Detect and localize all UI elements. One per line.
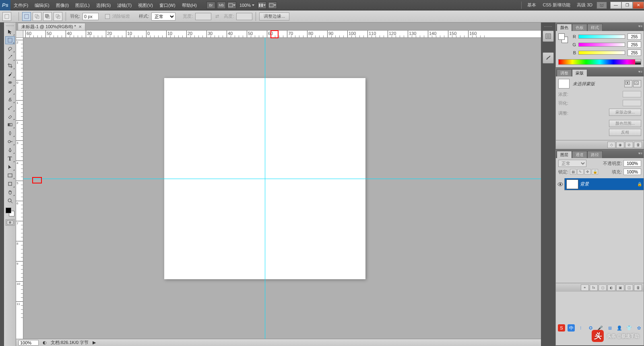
color-spectrum[interactable] [558, 59, 641, 65]
vertical-ruler[interactable]: 2101234567891011 [16, 38, 23, 339]
arrange-docs-button[interactable] [258, 2, 266, 9]
selection-new-button[interactable] [22, 12, 31, 21]
pen-tool[interactable] [5, 146, 15, 154]
notes-tool[interactable] [5, 180, 15, 188]
tab-styles[interactable]: 样式 [587, 24, 603, 31]
panel-menu-icon[interactable]: ▾≡ [638, 70, 642, 74]
tab-layers[interactable]: 图层 [557, 151, 572, 158]
document-tab[interactable]: 未标题-1 @ 100%(RGB/8) * ✕ [18, 23, 85, 30]
zoom-tool[interactable] [5, 197, 15, 205]
move-tool[interactable] [5, 28, 15, 36]
panel-menu-icon[interactable]: ▾≡ [638, 24, 642, 28]
zoom-level[interactable]: 100% [237, 3, 257, 8]
menu-layer[interactable]: 图层(L) [72, 0, 93, 10]
tool-preset-dropdown-icon[interactable] [13, 16, 15, 17]
rectangle-tool[interactable] [5, 171, 15, 179]
launch-minibridge-button[interactable]: Mb [217, 2, 226, 9]
menu-window[interactable]: 窗口(W) [156, 0, 179, 10]
window-minimize-button[interactable]: — [610, 2, 621, 9]
tab-channels[interactable]: 通道 [572, 151, 587, 158]
path-selection-tool[interactable] [5, 163, 15, 171]
tab-color[interactable]: 颜色 [557, 24, 572, 31]
screen-mode-button[interactable] [268, 2, 277, 9]
b-value[interactable] [627, 49, 641, 56]
workspace-3d[interactable]: 高级 3D [574, 2, 596, 8]
menu-filter[interactable]: 滤镜(T) [114, 0, 135, 10]
brush-panel-icon[interactable] [543, 52, 554, 64]
menu-select[interactable]: 选择(S) [93, 0, 114, 10]
menu-image[interactable]: 图像(I) [53, 0, 72, 10]
window-maximize-button[interactable]: ❐ [621, 2, 633, 9]
gradient-tool[interactable] [5, 121, 15, 129]
color-fgbg[interactable] [558, 33, 568, 43]
status-zoom-input[interactable] [19, 340, 39, 346]
quick-mask-button[interactable] [6, 219, 14, 226]
workspace-more-button[interactable] [597, 2, 607, 9]
tool-preset-button[interactable] [2, 12, 11, 21]
workspace-essentials[interactable]: 基本 [524, 2, 539, 8]
r-slider[interactable] [578, 35, 625, 39]
document-tab-close-icon[interactable]: ✕ [78, 25, 82, 29]
menu-file[interactable]: 文件(F) [10, 0, 31, 10]
window-close-button[interactable]: ✕ [633, 2, 644, 9]
clone-stamp-tool[interactable] [5, 95, 15, 103]
status-doc-info[interactable]: 文档:826.1K/0 字节 [51, 340, 89, 346]
menu-edit[interactable]: 编辑(E) [31, 0, 53, 10]
dock-grip[interactable] [543, 25, 553, 28]
lasso-tool[interactable] [5, 45, 15, 53]
new-group-icon[interactable]: ▣ [616, 284, 624, 291]
add-pixel-mask-button[interactable] [624, 80, 632, 87]
hand-tool[interactable] [5, 188, 15, 196]
eyedropper-tool[interactable] [5, 70, 15, 78]
tab-masks[interactable]: 蒙版 [572, 69, 587, 76]
workspace-cs5new[interactable]: CS5 新增功能 [539, 2, 573, 8]
launch-bridge-button[interactable]: Br [206, 2, 215, 9]
style-select[interactable]: 正常 [151, 12, 175, 21]
add-vector-mask-button[interactable] [633, 80, 641, 87]
add-mask-icon[interactable]: ◻ [599, 284, 607, 291]
menu-help[interactable]: 帮助(H) [179, 0, 200, 10]
history-brush-tool[interactable] [5, 104, 15, 112]
g-value[interactable] [627, 41, 641, 48]
eraser-tool[interactable] [5, 112, 15, 120]
r-value[interactable] [627, 33, 641, 40]
history-panel-icon[interactable] [543, 31, 554, 42]
g-slider[interactable] [578, 43, 625, 47]
link-layers-icon[interactable]: ⚭ [581, 284, 589, 291]
refine-edge-button[interactable]: 调整边缘... [259, 12, 289, 21]
feather-input[interactable] [83, 13, 99, 20]
b-slider[interactable] [578, 51, 625, 55]
layer-thumbnail[interactable] [566, 179, 578, 189]
layer-visibility-icon[interactable] [556, 178, 565, 190]
layer-name[interactable]: 背景 [580, 181, 637, 187]
selection-add-button[interactable] [33, 12, 41, 21]
vertical-guide[interactable] [265, 38, 265, 339]
layer-item-background[interactable]: 背景 🔒 [556, 178, 644, 190]
selection-intersect-button[interactable] [54, 12, 62, 21]
horizontal-ruler[interactable]: 6050403020100102030405060708090100110120… [23, 31, 541, 38]
layer-fx-icon[interactable]: fx [590, 284, 598, 291]
type-tool[interactable]: T [5, 154, 15, 163]
delete-layer-icon[interactable]: 🗑 [634, 284, 642, 291]
toolbox-grip[interactable] [5, 24, 15, 27]
new-layer-icon[interactable]: ◫ [625, 284, 633, 291]
dodge-tool[interactable] [5, 138, 15, 146]
status-more-icon[interactable]: ▶ [93, 340, 96, 345]
crop-tool[interactable] [5, 62, 15, 70]
adjustment-layer-icon[interactable]: ◐ [607, 284, 615, 291]
tab-adjustments[interactable]: 调整 [557, 69, 572, 76]
status-exposure-icon[interactable]: ◐ [43, 340, 47, 345]
marquee-tool[interactable] [5, 36, 15, 44]
foreground-background-color[interactable] [5, 207, 15, 217]
magic-wand-tool[interactable] [5, 53, 15, 61]
selection-subtract-button[interactable] [43, 12, 52, 21]
canvas-viewport[interactable] [23, 38, 541, 339]
blur-tool[interactable] [5, 129, 15, 137]
panel-menu-icon[interactable]: ▾≡ [638, 151, 642, 155]
menu-view[interactable]: 视图(V) [135, 0, 156, 10]
healing-brush-tool[interactable] [5, 78, 15, 86]
extras-button[interactable] [227, 2, 236, 9]
horizontal-guide[interactable] [23, 179, 541, 179]
brush-tool[interactable] [5, 87, 15, 95]
ruler-origin[interactable] [16, 31, 23, 38]
